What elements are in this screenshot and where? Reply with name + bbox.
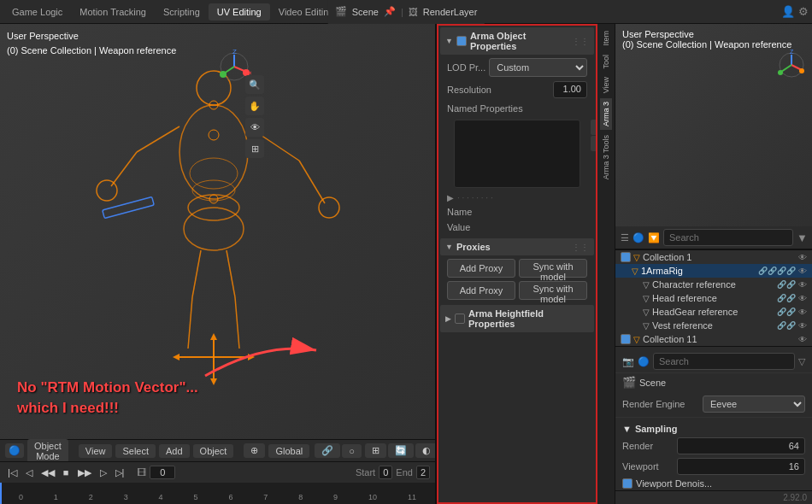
- arma-props-header[interactable]: ▼ Arma Object Properties ⋮⋮: [440, 27, 594, 55]
- headref-icon: ▽: [643, 294, 650, 303]
- armarig-actions: 🔗🔗🔗🔗: [758, 267, 796, 275]
- view-btn[interactable]: View: [79, 444, 113, 458]
- side-tab-arma3[interactable]: Arma 3: [600, 98, 612, 130]
- tl-prev-keyframe[interactable]: |◁: [5, 466, 20, 479]
- render-engine-select[interactable]: Eevee: [703, 396, 805, 413]
- expand-row[interactable]: ▶ · · · · · · · ·: [440, 191, 594, 204]
- outliner-char-ref[interactable]: ▽ Character reference 🔗🔗 👁: [615, 278, 812, 291]
- overlay-btn[interactable]: ⊞: [365, 443, 386, 458]
- render-engine-label: Render Engine: [622, 399, 699, 409]
- headgearref-vis-icon[interactable]: 👁: [798, 308, 807, 317]
- proportional-btn[interactable]: ○: [342, 444, 362, 458]
- tab-motion-tracking[interactable]: Motion Tracking: [71, 3, 155, 21]
- armarig-vis-icon[interactable]: 👁: [798, 267, 807, 276]
- frame-10: 10: [368, 493, 377, 501]
- render-value[interactable]: 64: [677, 437, 805, 454]
- scene-pin-icon[interactable]: 📌: [384, 6, 396, 17]
- outliner-headgear-ref[interactable]: ▽ HeadGear reference 🔗🔗 👁: [615, 305, 812, 319]
- filter-icon: 🔽: [648, 232, 660, 243]
- viewport-label: Viewport: [622, 461, 674, 472]
- tab-scripting[interactable]: Scripting: [155, 3, 209, 21]
- name-row: Name: [440, 204, 594, 220]
- side-tab-view[interactable]: View: [600, 73, 612, 97]
- side-tabs: Item Tool View Arma 3 Arma 3 Tools: [597, 24, 615, 504]
- tl-play-back2[interactable]: ◀◀: [38, 466, 57, 479]
- lod-row: LOD Pr... Custom: [440, 56, 594, 79]
- current-frame-display: 0: [150, 466, 175, 479]
- pan-tool[interactable]: ✋: [245, 97, 264, 115]
- headref-vis-icon[interactable]: 👁: [798, 294, 807, 303]
- outliner-collection1[interactable]: ▽ Collection 1 👁: [615, 250, 812, 264]
- side-tab-tool[interactable]: Tool: [600, 51, 612, 73]
- snap-btn[interactable]: 🔗: [315, 443, 340, 458]
- proxies-collapse-icon: ▼: [445, 243, 453, 251]
- outliner-search[interactable]: [663, 229, 793, 246]
- tab-uv-editing[interactable]: UV Editing: [209, 3, 270, 21]
- transform-icon[interactable]: ⊕: [244, 443, 265, 458]
- outliner-collection11[interactable]: ▽ Collection 11 👁: [615, 332, 812, 346]
- viewport-collection-label: (0) Scene Collection | Weapon reference: [7, 44, 176, 58]
- tab-game-logic[interactable]: Game Logic: [3, 3, 71, 21]
- eye-tool[interactable]: 👁: [245, 118, 264, 137]
- frame-11: 11: [408, 493, 416, 501]
- denoising-checkbox[interactable]: [622, 478, 633, 489]
- viewport-value[interactable]: 16: [677, 458, 805, 475]
- settings-icon[interactable]: ⚙: [798, 5, 809, 18]
- headgearref-icon: ▽: [643, 308, 650, 317]
- heightfield-header[interactable]: ▶ Arma Heightfield Properties: [440, 305, 594, 332]
- outliner-armarig[interactable]: ▽ 1ArmaRig 🔗🔗🔗🔗 👁: [615, 264, 812, 278]
- outliner-head-ref[interactable]: ▽ Head reference 🔗🔗 👁: [615, 291, 812, 305]
- object-btn[interactable]: Object: [193, 444, 234, 458]
- sync-model-btn-1[interactable]: Sync with model: [519, 259, 587, 278]
- collection1-vis-icon[interactable]: 👁: [798, 253, 807, 262]
- global-btn[interactable]: Global: [268, 444, 309, 458]
- collection11-vis-icon[interactable]: 👁: [798, 335, 807, 344]
- add-btn[interactable]: Add: [159, 444, 190, 458]
- tl-play-back[interactable]: ◁: [23, 466, 35, 479]
- heightfield-checkbox[interactable]: [455, 314, 465, 324]
- value-row: Value: [440, 220, 594, 235]
- render-layer-label: RenderLayer: [423, 7, 478, 17]
- heightfield-title: Arma Heightfield Properties: [468, 308, 589, 329]
- tl-play-fwd[interactable]: ▷: [97, 466, 109, 479]
- resolution-row: Resolution 1.00: [440, 79, 594, 101]
- select-btn[interactable]: Select: [115, 444, 156, 458]
- grid-tool[interactable]: ⊞: [245, 139, 264, 158]
- proxies-title: Proxies: [456, 242, 568, 252]
- resolution-value[interactable]: 1.00: [553, 81, 587, 98]
- scene-props-icon: 🎬: [622, 376, 636, 389]
- add-proxy-btn-2[interactable]: Add Proxy: [447, 281, 515, 300]
- collection11-vis-checkbox[interactable]: [621, 334, 631, 344]
- side-tab-arma3tools[interactable]: Arma 3 Tools: [600, 132, 612, 183]
- side-tab-item[interactable]: Item: [600, 27, 612, 50]
- sampling-header[interactable]: ▼ Sampling: [622, 420, 805, 436]
- tl-play[interactable]: ▶▶: [75, 466, 94, 479]
- vestref-vis-icon[interactable]: 👁: [798, 321, 807, 331]
- add-proxy-btn-1[interactable]: Add Proxy: [447, 259, 515, 278]
- props-dots: ⋮⋮: [572, 37, 589, 46]
- vestref-actions: 🔗🔗: [777, 321, 796, 330]
- props-search[interactable]: [653, 353, 795, 370]
- start-value: 0: [379, 466, 392, 479]
- charref-actions: 🔗🔗: [777, 280, 796, 289]
- filter-btn[interactable]: ▼: [797, 231, 808, 244]
- lod-select[interactable]: Custom: [489, 58, 587, 77]
- gizmo-btn[interactable]: 🔄: [388, 443, 414, 458]
- charref-vis-icon[interactable]: 👁: [798, 280, 807, 290]
- sync-model-btn-2[interactable]: Sync with model: [519, 281, 587, 300]
- name-label: Name: [447, 207, 472, 217]
- tl-next-keyframe[interactable]: ▷|: [113, 466, 127, 479]
- frame-8: 8: [298, 493, 303, 501]
- object-mode-btn[interactable]: Object Mode: [27, 439, 68, 463]
- zoom-tool[interactable]: 🔍: [245, 75, 264, 94]
- viewport-shade-btn[interactable]: ◐: [415, 443, 436, 458]
- frame-4: 4: [159, 493, 163, 501]
- tl-stop[interactable]: ■: [61, 466, 72, 478]
- arma-props-checkbox[interactable]: [456, 36, 467, 46]
- viewport-icon-btn[interactable]: 🔵: [5, 443, 24, 458]
- user-icon[interactable]: 👤: [781, 5, 795, 18]
- proxies-header[interactable]: ▼ Proxies ⋮⋮: [440, 238, 594, 255]
- props-filter-icon[interactable]: ▽: [798, 356, 805, 367]
- outliner-vest-ref[interactable]: ▽ Vest reference 🔗🔗 👁: [615, 319, 812, 332]
- collection1-vis-checkbox[interactable]: [621, 252, 631, 262]
